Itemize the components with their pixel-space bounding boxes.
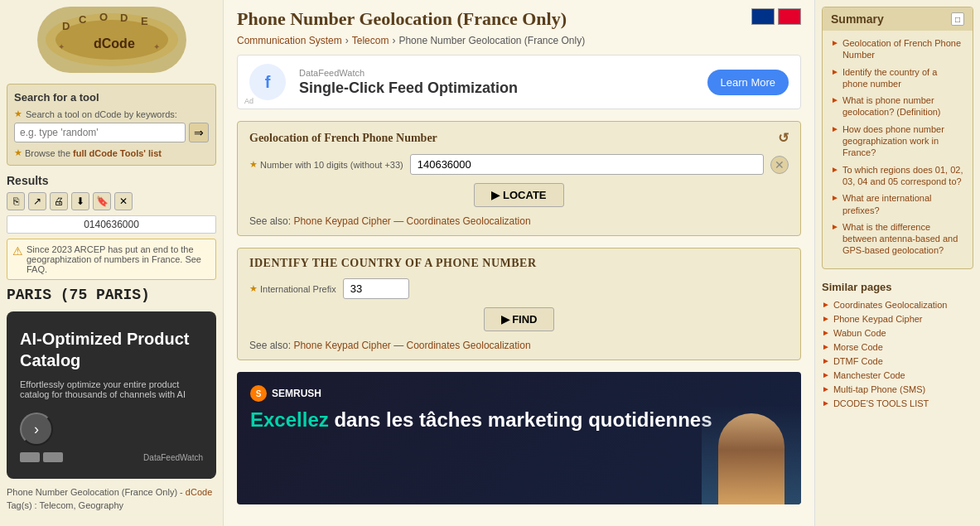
summary-box: Summary □ ► Geolocation of French Phone … xyxy=(822,7,973,269)
search-title: Search for a tool xyxy=(14,91,209,104)
similar-link-6[interactable]: Manchester Code xyxy=(833,370,905,380)
summary-link-2[interactable]: Identify the country of a phone number xyxy=(842,66,964,90)
download-button[interactable]: ⬇ xyxy=(71,192,89,210)
similar-link-7[interactable]: Multi-tap Phone (SMS) xyxy=(833,384,925,394)
svg-text:dCode: dCode xyxy=(94,36,135,51)
summary-items: ► Geolocation of French Phone Number ► I… xyxy=(823,31,973,268)
refresh-icon[interactable]: ↺ xyxy=(778,130,789,146)
summary-link-3[interactable]: What is phone number geolocation? (Defin… xyxy=(842,94,964,118)
summary-arrow-6: ► xyxy=(831,193,839,202)
summary-link-4[interactable]: How does phone number geographization wo… xyxy=(842,123,964,159)
breadcrumb-current: Phone Number Geolocation (France Only) xyxy=(398,35,585,46)
find-button[interactable]: ▶ FIND xyxy=(484,307,555,331)
similar-arrow-3: ► xyxy=(822,328,830,337)
page-title: Phone Number Geolocation (France Only) xyxy=(237,8,567,30)
results-title: Results xyxy=(7,174,216,187)
search-star-icon: ★ xyxy=(14,109,22,119)
summary-item: ► What are international prefixes? xyxy=(831,192,964,216)
browse-star-icon: ★ xyxy=(14,147,22,158)
summary-link-7[interactable]: What is the difference between antenna-b… xyxy=(842,221,964,257)
search-go-button[interactable]: ⇒ xyxy=(189,123,209,142)
sidebar-ad: AI-Optimized Product Catalog Effortlessl… xyxy=(7,311,216,479)
svg-text:✦: ✦ xyxy=(58,42,65,51)
sidebar-ad-brand: DataFeedWatch xyxy=(143,453,203,462)
full-tools-list-link[interactable]: full dCode Tools' list xyxy=(73,148,162,158)
summary-arrow-2: ► xyxy=(831,67,839,76)
breadcrumb-telecom[interactable]: Telecom xyxy=(352,35,389,46)
summary-header: Summary □ xyxy=(823,7,973,31)
banner-brand: DataFeedWatch xyxy=(299,68,694,78)
print-button[interactable]: 🖨 xyxy=(50,192,68,210)
summary-item: ► What is phone number geolocation? (Def… xyxy=(831,94,964,118)
summary-arrow-5: ► xyxy=(831,165,839,174)
france-flag-red xyxy=(778,8,801,25)
svg-text:O: O xyxy=(99,11,108,23)
geolocation-input-label: ★ Number with 10 digits (without +33) xyxy=(249,159,403,170)
semrush-logo: S xyxy=(250,385,267,402)
banner-headline: Single-Click Feed Optimization xyxy=(299,80,694,97)
result-location: PARIS (75 PARIS) xyxy=(7,287,216,303)
identify-see-also: See also: Phone Keypad Cipher — Coordina… xyxy=(249,340,789,351)
svg-text:D: D xyxy=(62,20,70,32)
similar-arrow-1: ► xyxy=(822,300,830,309)
similar-item: ► Wabun Code xyxy=(822,328,973,338)
similar-arrow-8: ► xyxy=(822,398,830,408)
browse-tools-label: ★ Browse the full dCode Tools' list xyxy=(14,147,209,158)
page-header: Phone Number Geolocation (France Only) xyxy=(237,8,801,30)
flag-icons xyxy=(751,8,801,25)
phone-number-input[interactable] xyxy=(410,154,764,175)
locate-button[interactable]: ▶ LOCATE xyxy=(474,183,563,207)
similar-link-8[interactable]: DCODE'S TOOLS LIST xyxy=(833,398,929,408)
share-button[interactable]: ↗ xyxy=(28,192,46,210)
similar-item: ► DTMF Code xyxy=(822,356,973,366)
right-panel: Summary □ ► Geolocation of French Phone … xyxy=(814,0,980,526)
identify-section: Identify the Country of a Phone Number ★… xyxy=(237,248,801,360)
bookmark-button[interactable]: 🔖 xyxy=(93,192,111,210)
banner-logo: f xyxy=(249,64,286,100)
geolocation-see-also: See also: Phone Keypad Cipher — Coordina… xyxy=(249,215,789,227)
ad-small-logo-2 xyxy=(43,452,63,462)
similar-item: ► Morse Code xyxy=(822,342,973,352)
warning-box: ⚠ Since 2023 ARCEP has put an end to the… xyxy=(7,239,216,280)
identify-star-icon: ★ xyxy=(249,283,258,294)
summary-link-1[interactable]: Geolocation of French Phone Number xyxy=(842,37,964,61)
search-input[interactable] xyxy=(14,123,186,142)
geolocation-input-row: ★ Number with 10 digits (without +33) ✕ xyxy=(249,154,789,175)
identify-input-label: ★ International Prefix xyxy=(249,283,336,294)
sidebar-ad-cta-button[interactable]: › xyxy=(20,413,53,446)
banner-cta-button[interactable]: Learn More xyxy=(707,70,789,95)
summary-link-5[interactable]: To which regions does 01, 02, 03, 04 and… xyxy=(842,164,964,188)
sidebar-ad-footer: DataFeedWatch xyxy=(20,452,203,462)
geolocation-section-title: Geolocation of French Phone Number ↺ xyxy=(249,130,789,146)
copy-button[interactable]: ⎘ xyxy=(7,192,25,210)
semrush-ad: S SEMRUSH Excellez dans les tâches marke… xyxy=(237,372,801,504)
similar-link-5[interactable]: DTMF Code xyxy=(833,356,883,366)
similar-arrow-4: ► xyxy=(822,342,830,351)
dcode-link[interactable]: dCode xyxy=(186,487,212,497)
similar-link-3[interactable]: Wabun Code xyxy=(833,328,886,338)
summary-arrow-7: ► xyxy=(831,222,839,231)
see-also-keypad-link-1[interactable]: Phone Keypad Cipher xyxy=(293,215,390,227)
similar-link-1[interactable]: Coordinates Geolocalization xyxy=(833,300,948,310)
close-results-button[interactable]: ✕ xyxy=(114,192,133,210)
similar-link-2[interactable]: Phone Keypad Cipher xyxy=(833,314,923,324)
clear-phone-input-button[interactable]: ✕ xyxy=(770,156,789,174)
breadcrumb-communication[interactable]: Communication System xyxy=(237,35,342,46)
similar-arrow-7: ► xyxy=(822,384,830,393)
semrush-ad-image xyxy=(702,405,801,504)
person-silhouette xyxy=(718,413,784,504)
results-section: Results ⎘ ↗ 🖨 ⬇ 🔖 ✕ 0140636000 ⚠ Since 2… xyxy=(7,174,216,303)
banner-ad-label: Ad xyxy=(244,97,253,105)
similar-item: ► Multi-tap Phone (SMS) xyxy=(822,384,973,394)
international-prefix-input[interactable] xyxy=(343,278,409,299)
similar-link-4[interactable]: Morse Code xyxy=(833,342,883,352)
summary-link-6[interactable]: What are international prefixes? xyxy=(842,192,964,216)
similar-arrow-5: ► xyxy=(822,356,830,365)
summary-arrow-4: ► xyxy=(831,124,839,133)
summary-arrow-3: ► xyxy=(831,95,839,104)
see-also-coordinates-link-2[interactable]: Coordinates Geolocalization xyxy=(407,340,531,351)
see-also-coordinates-link-1[interactable]: Coordinates Geolocalization xyxy=(407,215,531,227)
see-also-keypad-link-2[interactable]: Phone Keypad Cipher xyxy=(293,340,390,351)
summary-toggle-button[interactable]: □ xyxy=(951,12,964,26)
summary-item: ► How does phone number geographization … xyxy=(831,123,964,159)
